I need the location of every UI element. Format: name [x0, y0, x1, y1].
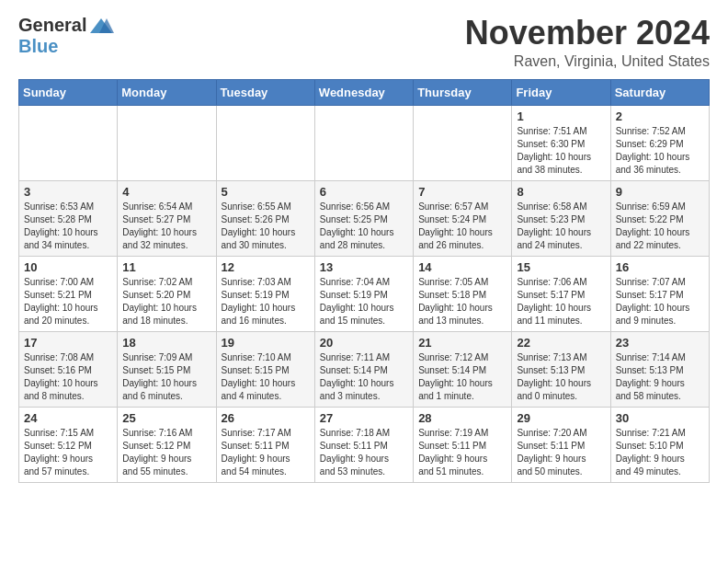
day-info: Sunrise: 6:59 AM Sunset: 5:22 PM Dayligh…	[616, 201, 704, 252]
month-title: November 2024	[465, 15, 710, 52]
logo-general: General	[18, 15, 86, 36]
calendar-cell: 13Sunrise: 7:04 AM Sunset: 5:19 PM Dayli…	[314, 256, 413, 331]
weekday-header-wednesday: Wednesday	[314, 79, 413, 105]
day-number: 13	[320, 260, 408, 274]
calendar-cell: 19Sunrise: 7:10 AM Sunset: 5:15 PM Dayli…	[216, 331, 314, 407]
day-number: 27	[320, 411, 408, 425]
calendar-cell: 25Sunrise: 7:16 AM Sunset: 5:12 PM Dayli…	[118, 407, 216, 482]
day-number: 4	[122, 185, 210, 199]
calendar-cell: 20Sunrise: 7:11 AM Sunset: 5:14 PM Dayli…	[314, 331, 413, 407]
calendar-cell: 12Sunrise: 7:03 AM Sunset: 5:19 PM Dayli…	[216, 256, 314, 331]
weekday-header-row: SundayMondayTuesdayWednesdayThursdayFrid…	[19, 79, 710, 105]
day-number: 28	[418, 411, 506, 425]
day-number: 12	[222, 260, 310, 274]
day-info: Sunrise: 7:10 AM Sunset: 5:15 PM Dayligh…	[222, 351, 310, 403]
day-number: 8	[517, 185, 605, 199]
location-title: Raven, Virginia, United States	[465, 53, 710, 70]
day-number: 6	[320, 185, 408, 199]
day-info: Sunrise: 7:52 AM Sunset: 6:29 PM Dayligh…	[616, 125, 704, 177]
day-info: Sunrise: 7:51 AM Sunset: 6:30 PM Dayligh…	[517, 125, 605, 177]
day-info: Sunrise: 7:20 AM Sunset: 5:11 PM Dayligh…	[517, 427, 605, 478]
calendar-cell: 22Sunrise: 7:13 AM Sunset: 5:13 PM Dayli…	[512, 331, 610, 407]
day-info: Sunrise: 6:57 AM Sunset: 5:24 PM Dayligh…	[418, 201, 506, 252]
day-info: Sunrise: 6:56 AM Sunset: 5:25 PM Dayligh…	[320, 201, 408, 252]
day-info: Sunrise: 7:05 AM Sunset: 5:18 PM Dayligh…	[418, 276, 506, 327]
calendar-cell: 5Sunrise: 6:55 AM Sunset: 5:26 PM Daylig…	[216, 180, 314, 256]
day-number: 23	[616, 336, 704, 350]
calendar-cell	[314, 105, 413, 180]
day-info: Sunrise: 7:17 AM Sunset: 5:11 PM Dayligh…	[222, 427, 310, 478]
day-number: 11	[122, 260, 210, 274]
day-number: 14	[418, 260, 506, 274]
day-info: Sunrise: 7:02 AM Sunset: 5:20 PM Dayligh…	[122, 276, 210, 327]
day-info: Sunrise: 7:18 AM Sunset: 5:11 PM Dayligh…	[320, 427, 408, 478]
day-info: Sunrise: 7:00 AM Sunset: 5:21 PM Dayligh…	[24, 276, 112, 327]
day-info: Sunrise: 6:53 AM Sunset: 5:28 PM Dayligh…	[24, 201, 112, 252]
day-number: 24	[24, 411, 112, 425]
week-row-5: 24Sunrise: 7:15 AM Sunset: 5:12 PM Dayli…	[19, 407, 710, 482]
day-number: 3	[24, 185, 112, 199]
calendar-cell: 27Sunrise: 7:18 AM Sunset: 5:11 PM Dayli…	[314, 407, 413, 482]
weekday-header-monday: Monday	[118, 79, 216, 105]
calendar-cell: 29Sunrise: 7:20 AM Sunset: 5:11 PM Dayli…	[512, 407, 610, 482]
day-info: Sunrise: 7:12 AM Sunset: 5:14 PM Dayligh…	[418, 351, 506, 403]
day-number: 18	[122, 336, 210, 350]
page: General Blue November 2024 Raven, Virgin…	[0, 0, 728, 501]
logo-blue: Blue	[18, 36, 58, 56]
weekday-header-tuesday: Tuesday	[216, 79, 314, 105]
calendar-cell: 26Sunrise: 7:17 AM Sunset: 5:11 PM Dayli…	[216, 407, 314, 482]
day-info: Sunrise: 7:04 AM Sunset: 5:19 PM Dayligh…	[320, 276, 408, 327]
day-info: Sunrise: 6:58 AM Sunset: 5:23 PM Dayligh…	[517, 201, 605, 252]
calendar-cell	[19, 105, 118, 180]
day-info: Sunrise: 7:15 AM Sunset: 5:12 PM Dayligh…	[24, 427, 112, 478]
week-row-3: 10Sunrise: 7:00 AM Sunset: 5:21 PM Dayli…	[19, 256, 710, 331]
day-info: Sunrise: 6:55 AM Sunset: 5:26 PM Dayligh…	[222, 201, 310, 252]
calendar-cell	[216, 105, 314, 180]
week-row-2: 3Sunrise: 6:53 AM Sunset: 5:28 PM Daylig…	[19, 180, 710, 256]
weekday-header-saturday: Saturday	[610, 79, 709, 105]
day-number: 9	[616, 185, 704, 199]
calendar-cell: 15Sunrise: 7:06 AM Sunset: 5:17 PM Dayli…	[512, 256, 610, 331]
weekday-header-sunday: Sunday	[19, 79, 118, 105]
day-number: 1	[517, 109, 605, 123]
calendar-cell: 11Sunrise: 7:02 AM Sunset: 5:20 PM Dayli…	[118, 256, 216, 331]
day-number: 16	[616, 260, 704, 274]
calendar-cell: 16Sunrise: 7:07 AM Sunset: 5:17 PM Dayli…	[610, 256, 709, 331]
day-info: Sunrise: 7:14 AM Sunset: 5:13 PM Dayligh…	[616, 351, 704, 403]
day-number: 26	[222, 411, 310, 425]
logo-icon	[88, 17, 114, 35]
calendar-cell: 28Sunrise: 7:19 AM Sunset: 5:11 PM Dayli…	[414, 407, 512, 482]
calendar-cell: 10Sunrise: 7:00 AM Sunset: 5:21 PM Dayli…	[19, 256, 118, 331]
calendar-table: SundayMondayTuesdayWednesdayThursdayFrid…	[18, 79, 710, 483]
day-number: 21	[418, 336, 506, 350]
calendar-cell: 17Sunrise: 7:08 AM Sunset: 5:16 PM Dayli…	[19, 331, 118, 407]
day-info: Sunrise: 7:11 AM Sunset: 5:14 PM Dayligh…	[320, 351, 408, 403]
calendar-cell: 2Sunrise: 7:52 AM Sunset: 6:29 PM Daylig…	[610, 105, 709, 180]
day-number: 10	[24, 260, 112, 274]
calendar-cell: 9Sunrise: 6:59 AM Sunset: 5:22 PM Daylig…	[610, 180, 709, 256]
day-number: 7	[418, 185, 506, 199]
calendar-cell: 8Sunrise: 6:58 AM Sunset: 5:23 PM Daylig…	[512, 180, 610, 256]
day-number: 19	[222, 336, 310, 350]
calendar-cell: 6Sunrise: 6:56 AM Sunset: 5:25 PM Daylig…	[314, 180, 413, 256]
weekday-header-thursday: Thursday	[414, 79, 512, 105]
day-number: 5	[222, 185, 310, 199]
day-info: Sunrise: 7:19 AM Sunset: 5:11 PM Dayligh…	[418, 427, 506, 478]
calendar-cell: 4Sunrise: 6:54 AM Sunset: 5:27 PM Daylig…	[118, 180, 216, 256]
calendar-cell: 30Sunrise: 7:21 AM Sunset: 5:10 PM Dayli…	[610, 407, 709, 482]
calendar-cell: 21Sunrise: 7:12 AM Sunset: 5:14 PM Dayli…	[414, 331, 512, 407]
day-number: 15	[517, 260, 605, 274]
calendar-cell: 23Sunrise: 7:14 AM Sunset: 5:13 PM Dayli…	[610, 331, 709, 407]
day-number: 25	[122, 411, 210, 425]
logo: General Blue	[18, 15, 114, 57]
calendar-cell	[118, 105, 216, 180]
day-info: Sunrise: 6:54 AM Sunset: 5:27 PM Dayligh…	[122, 201, 210, 252]
header-area: General Blue November 2024 Raven, Virgin…	[18, 15, 710, 70]
day-info: Sunrise: 7:21 AM Sunset: 5:10 PM Dayligh…	[616, 427, 704, 478]
day-info: Sunrise: 7:16 AM Sunset: 5:12 PM Dayligh…	[122, 427, 210, 478]
calendar-cell: 24Sunrise: 7:15 AM Sunset: 5:12 PM Dayli…	[19, 407, 118, 482]
day-info: Sunrise: 7:08 AM Sunset: 5:16 PM Dayligh…	[24, 351, 112, 403]
day-number: 22	[517, 336, 605, 350]
calendar-cell: 14Sunrise: 7:05 AM Sunset: 5:18 PM Dayli…	[414, 256, 512, 331]
weekday-header-friday: Friday	[512, 79, 610, 105]
